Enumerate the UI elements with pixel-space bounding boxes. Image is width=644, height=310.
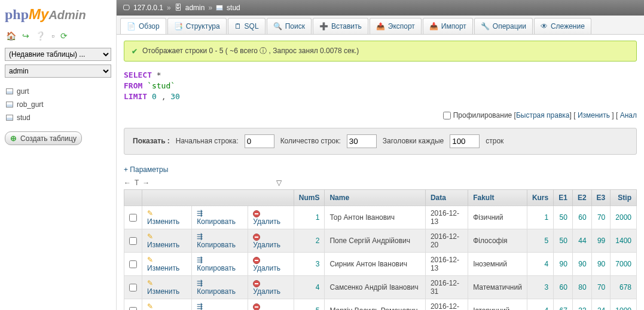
tree-label: rob_gurt [17, 100, 44, 109]
tab-обзор[interactable]: 📄Обзор [120, 18, 166, 34]
table-icon [216, 5, 223, 11]
cell-data: 2016-12-13 [425, 205, 468, 229]
row-count-input[interactable] [347, 134, 377, 148]
content: ✔ Отображает строки 0 - 5 ( ~6 всего ⓘ ,… [117, 35, 644, 310]
tab-icon: 📤 [376, 22, 385, 30]
tab-label: Экспорт [388, 22, 415, 30]
cell-e1: 67 [554, 299, 573, 310]
analyze-link[interactable]: Анал [620, 111, 637, 119]
edit-link[interactable]: Изменить [147, 287, 179, 296]
create-table-button[interactable]: ⊕ Создать таблицу [5, 131, 82, 145]
cell-nums: 2 [294, 229, 325, 252]
bc-db[interactable]: admin [185, 4, 205, 12]
col-e2[interactable]: E2 [572, 189, 591, 205]
arrow-right-icon[interactable]: → [142, 179, 149, 187]
sql-icon[interactable]: ▫ [51, 31, 54, 41]
cell-data: 2016-12-20 [425, 229, 468, 252]
tree-item-rob-gurt[interactable]: rob_gurt [5, 98, 111, 111]
tab-импорт[interactable]: 📥Импорт [423, 18, 473, 34]
quick-edit-link[interactable]: Быстрая правка [516, 111, 570, 119]
col-e1[interactable]: E1 [554, 189, 573, 205]
bc-server[interactable]: 127.0.0.1 [133, 4, 163, 12]
cell-fakult: Іноземний [468, 252, 527, 275]
tab-экспорт[interactable]: 📤Экспорт [370, 18, 422, 34]
pencil-icon: ✎ [147, 232, 153, 241]
copy-link[interactable]: Копировать [197, 241, 236, 249]
logout-icon[interactable]: ↪ [22, 31, 29, 41]
cell-e3: 90 [591, 252, 611, 275]
cell-kurs: 5 [527, 229, 553, 252]
col-fakult[interactable]: Fakult [468, 189, 527, 205]
edit-link[interactable]: Изменить [147, 241, 179, 249]
tree-item-stud[interactable]: stud [5, 111, 111, 124]
tree-item-gurt[interactable]: gurt [5, 85, 111, 98]
row-checkbox[interactable] [129, 214, 137, 222]
col-e3[interactable]: E3 [591, 189, 611, 205]
col-stip[interactable]: Stip [611, 189, 637, 205]
headers-every-input[interactable] [450, 134, 480, 148]
tab-вставить[interactable]: ➕Вставить [313, 18, 368, 34]
logo-p3: Admin [48, 8, 86, 22]
tab-операции[interactable]: 🔧Операции [474, 18, 533, 34]
delete-link[interactable]: Удалить [253, 241, 280, 249]
tab-поиск[interactable]: 🔍Поиск [267, 18, 312, 34]
arrow-left-icon[interactable]: ← [124, 179, 131, 187]
sort-dropdown-icon[interactable]: ▽ [276, 179, 282, 187]
col-actions [142, 189, 294, 205]
tab-icon: 🗒 [234, 22, 242, 30]
recent-tables-select[interactable]: (Недавние таблицы) ... [5, 48, 111, 61]
params-toggle[interactable]: + Параметры [124, 165, 637, 174]
copy-link[interactable]: Копировать [197, 287, 236, 296]
copy-icon: ⇶ [197, 209, 203, 217]
profiling-checkbox[interactable] [443, 112, 451, 119]
tab-icon: 🔍 [273, 22, 282, 30]
bc-table[interactable]: stud [227, 4, 240, 12]
cell-fakult: Історичний [468, 299, 527, 310]
text-mode-icon[interactable]: T [135, 179, 139, 187]
edit-link[interactable]: Изменить [578, 111, 610, 119]
cell-data: 2016-12-31 [425, 275, 468, 299]
row-checkbox[interactable] [129, 284, 137, 291]
edit-link[interactable]: Изменить [147, 217, 179, 226]
col-nums[interactable]: NumS [294, 189, 325, 205]
cell-name: Самсенко Андрій Іванович [325, 275, 425, 299]
pencil-icon: ✎ [147, 256, 153, 264]
main: 🖵 127.0.0.1 » 🗄 admin » stud 📄Обзор📑Стру… [117, 0, 644, 310]
tab-sql[interactable]: 🗒SQL [228, 18, 265, 34]
cell-e3: 70 [591, 275, 611, 299]
sidebar: phpMyAdmin 🏠 ↪ ❔ ▫ ⟳ (Недавние таблицы) … [0, 0, 117, 310]
home-icon[interactable]: 🏠 [6, 31, 16, 41]
reload-icon[interactable]: ⟳ [60, 31, 68, 41]
cell-fakult: Філософія [468, 229, 527, 252]
delete-link[interactable]: Удалить [253, 217, 280, 226]
database-select[interactable]: admin [5, 65, 111, 78]
tab-icon: 👁 [541, 22, 548, 30]
delete-link[interactable]: Удалить [253, 287, 280, 296]
help-icon[interactable]: ❔ [35, 31, 45, 41]
row-checkbox[interactable] [129, 237, 137, 245]
delete-link[interactable]: Удалить [253, 264, 280, 272]
tree-label: stud [17, 113, 30, 122]
tab-структура[interactable]: 📑Структура [167, 18, 227, 34]
cell-e3: 99 [591, 229, 611, 252]
copy-link[interactable]: Копировать [197, 264, 236, 272]
start-row-input[interactable] [245, 134, 274, 148]
cell-e3: 24 [591, 299, 611, 310]
copy-icon: ⇶ [197, 232, 203, 241]
show-label: Показать : [133, 137, 170, 145]
check-icon: ✔ [132, 47, 138, 56]
row-checkbox[interactable] [129, 307, 137, 310]
col-data[interactable]: Data [425, 189, 468, 205]
cell-nums: 3 [294, 252, 325, 275]
pencil-icon: ✎ [147, 302, 153, 310]
row-checkbox[interactable] [129, 260, 137, 268]
tab-слежение[interactable]: 👁Слежение [534, 18, 591, 34]
copy-link[interactable]: Копировать [197, 217, 236, 226]
cell-nums: 4 [294, 275, 325, 299]
edit-link[interactable]: Изменить [147, 264, 179, 272]
col-name[interactable]: Name [325, 189, 425, 205]
headers-label: Заголовки каждые [383, 137, 444, 145]
results-table: NumSNameDataFakultKursE1E2E3Stip ✎ Измен… [124, 189, 637, 310]
tab-label: Импорт [441, 22, 466, 30]
col-kurs[interactable]: Kurs [527, 189, 553, 205]
